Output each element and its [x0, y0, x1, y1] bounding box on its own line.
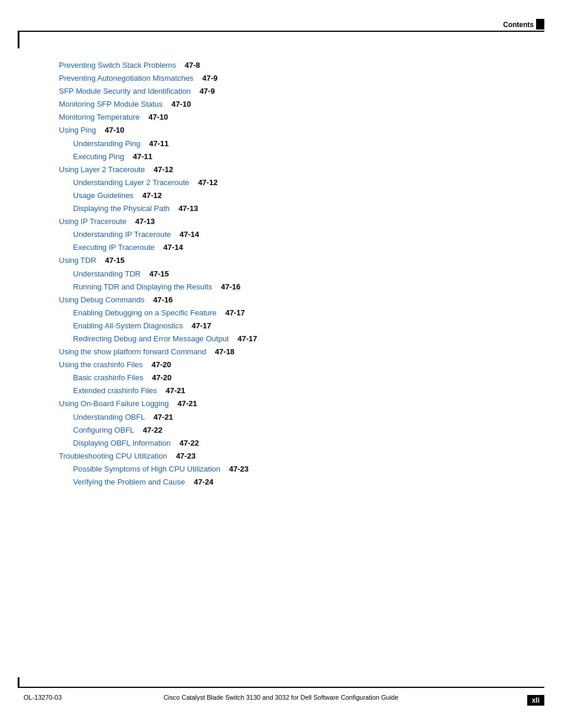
toc-page: 47-24: [194, 477, 213, 486]
toc-entry: Understanding Layer 2 Traceroute 47-12: [73, 176, 515, 189]
toc-page: 47-11: [149, 139, 168, 148]
toc-entry: Preventing Switch Stack Problems 47-8: [59, 59, 515, 72]
toc-link[interactable]: Preventing Switch Stack Problems: [59, 61, 176, 70]
toc-link[interactable]: Using Layer 2 Traceroute: [59, 165, 145, 174]
toc-link[interactable]: Executing IP Traceroute: [73, 243, 155, 252]
toc-entry: Enabling Debugging on a Specific Feature…: [73, 307, 515, 319]
toc-entry: Preventing Autonegotiation Mismatches 47…: [59, 72, 515, 85]
toc-page: 47-10: [171, 100, 191, 108]
toc-entry: Using Ping 47-10: [59, 124, 515, 137]
toc-page: 47-22: [143, 426, 162, 434]
footer-doc-title: Cisco Catalyst Blade Switch 3130 and 303…: [0, 694, 562, 701]
toc-entry: Configuring OBFL 47-22: [73, 424, 515, 437]
toc-link[interactable]: Redirecting Debug and Error Message Outp…: [73, 334, 229, 343]
toc-entry: Usage Guidelines 47-12: [73, 189, 515, 202]
toc-link[interactable]: Using Debug Commands: [59, 295, 144, 304]
toc-entry: Using On-Board Failure Logging 47-21: [59, 397, 515, 410]
toc-entry: Understanding OBFL 47-21: [73, 411, 515, 424]
toc-page: 47-11: [133, 152, 153, 161]
toc-page: 47-16: [221, 282, 240, 291]
toc-page: 47-21: [177, 399, 197, 408]
toc-link[interactable]: Displaying OBFL Information: [73, 439, 171, 447]
toc-entry: Displaying OBFL Information 47-22: [73, 437, 515, 450]
footer-left-bar: [18, 677, 19, 688]
toc-entry: Basic crashinfo Files 47-20: [73, 371, 515, 384]
toc-page: 47-23: [229, 465, 249, 473]
toc-entry: Displaying the Physical Path 47-13: [73, 202, 515, 215]
toc-link[interactable]: Configuring OBFL: [73, 426, 134, 434]
toc-link[interactable]: Understanding Ping: [73, 139, 140, 148]
toc-entry: Troubleshooting CPU Utilization 47-23: [59, 450, 515, 463]
toc-page: 47-12: [142, 191, 161, 200]
toc-link[interactable]: Executing Ping: [73, 152, 124, 161]
footer-page-number: xli: [527, 695, 544, 706]
toc-page: 47-22: [180, 439, 199, 447]
toc-entry: Enabling All-System Diagnostics 47-17: [73, 319, 515, 332]
toc-page: 47-10: [105, 126, 124, 134]
toc-link[interactable]: Running TDR and Displaying the Results: [73, 282, 212, 291]
toc-entry: Executing Ping 47-11: [73, 150, 515, 163]
toc-entry: Running TDR and Displaying the Results 4…: [73, 281, 515, 294]
toc-page: 47-12: [154, 165, 173, 174]
toc-link[interactable]: Using TDR: [59, 256, 96, 265]
toc-entry: Using TDR 47-15: [59, 254, 515, 267]
toc-entry: Understanding Ping 47-11: [73, 137, 515, 150]
toc-entry: Understanding TDR 47-15: [73, 268, 515, 281]
toc-link[interactable]: Monitoring SFP Module Status: [59, 100, 163, 108]
toc-link[interactable]: Using the show platform forward Command: [59, 347, 206, 356]
toc-page: 47-23: [176, 452, 196, 460]
toc-link[interactable]: Enabling All-System Diagnostics: [73, 321, 183, 330]
toc-page: 47-20: [152, 373, 171, 382]
toc-page: 47-20: [151, 360, 171, 369]
toc-page: 47-10: [148, 113, 168, 121]
toc-content: Preventing Switch Stack Problems 47-8Pre…: [59, 59, 515, 489]
toc-entry: Possible Symptoms of High CPU Utilizatio…: [73, 463, 515, 476]
toc-entry: Monitoring SFP Module Status 47-10: [59, 98, 515, 111]
toc-page: 47-21: [153, 413, 173, 421]
toc-page: 47-21: [166, 386, 185, 395]
toc-page: 47-16: [153, 295, 173, 304]
toc-entry: Monitoring Temperature 47-10: [59, 111, 515, 124]
toc-page: 47-15: [105, 256, 124, 265]
toc-entry: Extended crashinfo Files 47-21: [73, 384, 515, 397]
toc-link[interactable]: Usage Guidelines: [73, 191, 134, 200]
toc-link[interactable]: Enabling Debugging on a Specific Feature: [73, 308, 217, 317]
toc-link[interactable]: Basic crashinfo Files: [73, 373, 143, 382]
toc-link[interactable]: Troubleshooting CPU Utilization: [59, 452, 167, 460]
toc-link[interactable]: SFP Module Security and Identification: [59, 87, 191, 95]
toc-entry: Using IP Traceroute 47-13: [59, 215, 515, 228]
toc-page: 47-12: [198, 178, 217, 187]
toc-page: 47-9: [200, 87, 215, 95]
toc-page: 47-14: [163, 243, 183, 252]
toc-link[interactable]: Using IP Traceroute: [59, 217, 127, 226]
toc-entry: Using Debug Commands 47-16: [59, 294, 515, 307]
left-bar: [18, 31, 19, 48]
toc-entry: Verifying the Problem and Cause 47-24: [73, 476, 515, 489]
toc-link[interactable]: Understanding OBFL: [73, 413, 145, 421]
header-contents-label: Contents: [503, 21, 534, 29]
toc-link[interactable]: Using the crashinfo Files: [59, 360, 143, 369]
footer-doc-number: OL-13270-03: [24, 694, 62, 701]
toc-page: 47-17: [237, 334, 257, 343]
toc-link[interactable]: Using Ping: [59, 126, 96, 134]
toc-link[interactable]: Using On-Board Failure Logging: [59, 399, 168, 408]
toc-page: 47-17: [225, 308, 244, 317]
toc-link[interactable]: Understanding Layer 2 Traceroute: [73, 178, 189, 187]
toc-link[interactable]: Extended crashinfo Files: [73, 386, 157, 395]
toc-page: 47-9: [202, 74, 217, 83]
toc-link[interactable]: Monitoring Temperature: [59, 113, 140, 121]
toc-page: 47-13: [178, 204, 198, 213]
toc-link[interactable]: Understanding TDR: [73, 269, 141, 278]
top-border: [18, 31, 544, 32]
toc-link[interactable]: Understanding IP Traceroute: [73, 230, 171, 239]
toc-entry: SFP Module Security and Identification 4…: [59, 85, 515, 98]
toc-link[interactable]: Preventing Autonegotiation Mismatches: [59, 74, 193, 83]
footer-line: [18, 687, 544, 688]
toc-link[interactable]: Displaying the Physical Path: [73, 204, 170, 213]
toc-link[interactable]: Verifying the Problem and Cause: [73, 477, 185, 486]
toc-page: 47-15: [150, 269, 169, 278]
toc-link[interactable]: Possible Symptoms of High CPU Utilizatio…: [73, 465, 220, 473]
toc-page: 47-18: [215, 347, 234, 356]
toc-entry: Understanding IP Traceroute 47-14: [73, 228, 515, 241]
toc-entry: Using the crashinfo Files 47-20: [59, 358, 515, 371]
